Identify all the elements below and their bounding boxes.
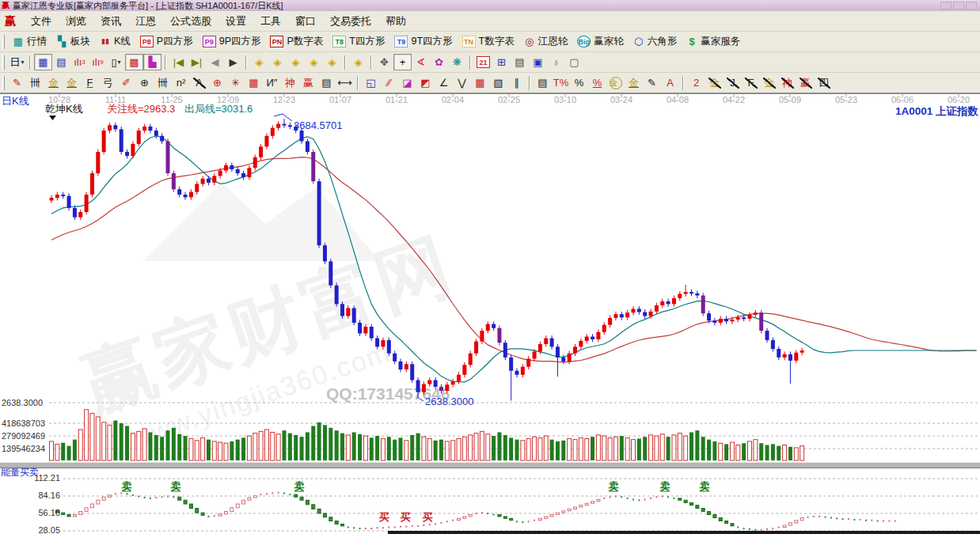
period-day-button[interactable]: 日▾ — [8, 54, 26, 70]
t-percent-button[interactable]: T% — [552, 74, 570, 91]
quotes-button[interactable]: ▦行情 — [8, 32, 51, 51]
panel-separator[interactable] — [0, 462, 980, 468]
pen-red-button[interactable]: ✎ — [8, 74, 26, 91]
box-corner-button[interactable]: ◱ — [362, 74, 380, 91]
menu-item-5[interactable]: 公式选股 — [163, 12, 218, 31]
notes-button[interactable]: ▤ — [511, 54, 529, 70]
bar-stats-button[interactable]: ▤ — [534, 74, 552, 91]
menu-item-2[interactable]: 浏览 — [59, 12, 93, 31]
menu-item-3[interactable]: 资讯 — [93, 12, 128, 31]
spiral-button[interactable]: 弓 — [99, 74, 117, 91]
9t-square-button[interactable]: T99T四方形 — [389, 32, 457, 51]
f-grid-button[interactable]: F — [81, 74, 99, 91]
check-lines-button[interactable]: ⋁ — [453, 74, 471, 91]
t-number-table-button[interactable]: TNT数字表 — [458, 32, 519, 51]
shen-grid-button[interactable]: 神 — [281, 74, 299, 91]
a-red-button[interactable]: A — [661, 74, 679, 91]
square-grid-red-button[interactable]: ▦ — [245, 74, 263, 91]
gann-wheel-button[interactable]: ◎江恩轮 — [519, 32, 573, 51]
winner-wheel-button[interactable]: Big赢家轮 — [572, 32, 629, 51]
menu-item-1[interactable]: 文件 — [24, 12, 59, 31]
brush-red-button[interactable]: ✐ — [117, 74, 135, 91]
toolbar-drag-handle[interactable] — [2, 35, 5, 49]
mind-map-button[interactable]: ❋ — [448, 54, 466, 70]
hash-grid-2-button[interactable]: 卌 — [154, 74, 172, 91]
chart-canvas[interactable]: 赢家财富网www.yingjia360.comQQ:173145764610-2… — [0, 93, 980, 534]
gold-slash-2-button[interactable]: 金 — [760, 74, 778, 91]
wheel-star-button[interactable]: ✳ — [226, 74, 245, 91]
si-slash-button[interactable]: 四 — [815, 74, 833, 91]
pattern-box-button[interactable]: ▩ — [125, 54, 143, 70]
menu-item-10[interactable]: 帮助 — [378, 12, 413, 31]
gold-slash-button[interactable]: 金 — [705, 74, 724, 91]
zoom-reset-button[interactable]: ◈ — [349, 54, 367, 70]
title-bar[interactable]: 赢 赢家江恩专业版[赢家内部服务平台] - [上证指数 SH1A0001-167… — [0, 0, 980, 11]
f-slash-button[interactable]: F — [742, 74, 760, 91]
p-number-table-button[interactable]: PNP数字表 — [265, 32, 328, 51]
bars-3-button[interactable]: ılı3 — [70, 54, 89, 70]
pan-hand-button[interactable]: ✥ — [375, 54, 393, 70]
menu-item-8[interactable]: 窗口 — [288, 12, 323, 31]
symbol-name-label[interactable]: 1A0001 上证指数 — [895, 105, 979, 117]
ying-slash-button[interactable]: 赢 — [796, 74, 815, 91]
window-layout-button[interactable]: ▦ — [34, 54, 52, 70]
goto-start-button[interactable]: |◀ — [169, 54, 188, 70]
candle-style-button[interactable]: ▯▾ — [107, 54, 125, 70]
pen-black-button[interactable]: ✎ — [643, 74, 661, 91]
slant-lines-button[interactable]: ∥ — [507, 74, 526, 91]
hash-grid-1-button[interactable]: 卌 — [26, 74, 44, 91]
remote-pc-button[interactable]: ▢ — [565, 54, 583, 70]
sectors-button[interactable]: ▚板块 — [51, 32, 95, 51]
page-prev-button[interactable]: ◀ — [206, 54, 224, 70]
calendar-button[interactable]: 21 — [474, 54, 492, 70]
hexagon-button[interactable]: ⬡六角形 — [629, 32, 682, 51]
angle-lines-button[interactable]: ∠ — [435, 74, 453, 91]
i-quote-button[interactable]: И″ — [263, 74, 281, 91]
target-red-button[interactable]: ⊕ — [208, 74, 226, 91]
bars-9-button[interactable]: ılı9 — [89, 54, 107, 70]
h-measure-button[interactable]: ⟷ — [336, 74, 354, 91]
j-slash-button[interactable]: J — [724, 74, 742, 91]
gold-lines-button[interactable]: 金 — [625, 74, 643, 91]
n2-grid-button[interactable]: n² — [172, 74, 190, 91]
menu-item-9[interactable]: 交易委托 — [323, 12, 378, 31]
grid-red-dots-button[interactable]: ▦ — [471, 74, 489, 91]
9p-square-button[interactable]: P99P四方形 — [198, 32, 266, 51]
t-square-button[interactable]: T8T四方形 — [328, 32, 389, 51]
gann-flower-button[interactable]: ✿ — [430, 54, 448, 70]
circle-gauge-button[interactable]: ⊕ — [135, 74, 154, 91]
toolbar-drag-handle[interactable] — [2, 55, 5, 70]
color-histogram-button[interactable]: ▙ — [143, 54, 161, 70]
two-tool-button[interactable]: 2 — [687, 74, 705, 91]
close-button[interactable] — [966, 2, 977, 9]
zoom-horizontal-button[interactable]: ◈ — [287, 54, 305, 70]
menu-item-7[interactable]: 工具 — [253, 12, 288, 31]
period-label[interactable]: 日K线 — [2, 95, 29, 107]
gold-grid-1-button[interactable]: 金 — [44, 74, 63, 91]
toolbar-drag-handle[interactable] — [2, 76, 5, 90]
page-next-button[interactable]: ▶ — [224, 54, 242, 70]
web-mail-button[interactable]: ♁ — [547, 54, 565, 70]
chart-area[interactable]: 赢家财富网www.yingjia360.comQQ:173145764610-2… — [0, 93, 980, 534]
period-day-dropdown-icon[interactable]: ▾ — [21, 59, 24, 66]
goto-end-button[interactable]: ▶| — [188, 54, 206, 70]
p-square-button[interactable]: P8P四方形 — [135, 32, 198, 51]
gold-circle-button[interactable]: 金 — [606, 74, 625, 91]
kline-button[interactable]: ▮▮K线 — [95, 32, 135, 51]
indicator-name-label[interactable]: 能量买卖 — [1, 467, 39, 478]
zoom-in-button[interactable]: ◈ — [305, 54, 323, 70]
gann-fan-button[interactable]: ∕∕ — [380, 74, 398, 91]
minimize-button[interactable] — [940, 2, 952, 9]
menu-item-6[interactable]: 设置 — [218, 12, 253, 31]
calculator-button[interactable]: ⊞ — [492, 54, 511, 70]
crosshair-button[interactable]: + — [393, 54, 412, 70]
percent-line-button[interactable]: % — [588, 74, 606, 91]
maximize-button[interactable] — [953, 2, 964, 9]
candle-style-dropdown-icon[interactable]: ▾ — [118, 59, 121, 66]
menu-item-4[interactable]: 江恩 — [128, 12, 163, 31]
percent-button[interactable]: % — [570, 74, 588, 91]
fan-box-purple-button[interactable]: ◪ — [398, 74, 416, 91]
save-button[interactable]: ▣ — [529, 54, 547, 70]
winner-service-button[interactable]: $赢家服务 — [682, 32, 745, 51]
ruler-125-button[interactable]: ▤ — [317, 74, 336, 91]
